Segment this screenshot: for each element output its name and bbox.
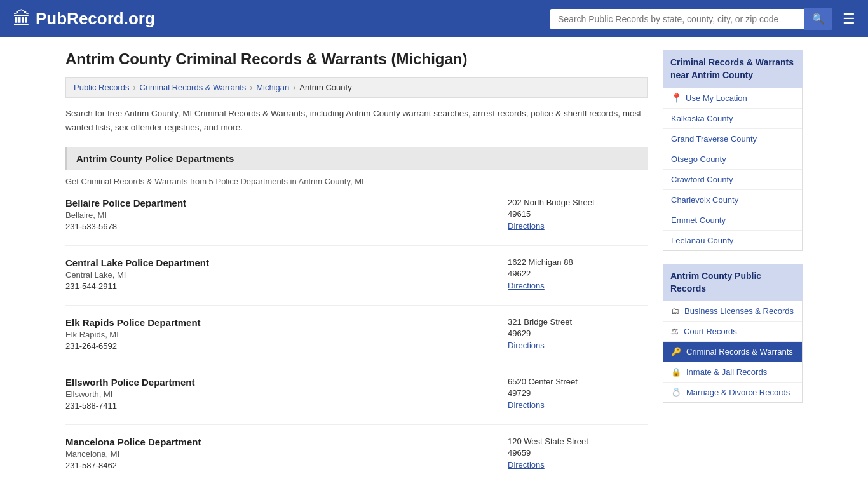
- dept-city: Bellaire, MI: [65, 210, 508, 220]
- search-button[interactable]: 🔍: [804, 8, 832, 30]
- department-entry: Elk Rapids Police Department Elk Rapids,…: [65, 317, 648, 351]
- use-location-label: Use My Location: [686, 93, 747, 103]
- sidebar-county-leelanau[interactable]: Leelanau County: [663, 231, 802, 250]
- dept-divider: [65, 424, 648, 425]
- sidebar-county-emmet[interactable]: Emmet County: [663, 210, 802, 231]
- search-icon: 🔍: [812, 13, 825, 24]
- pub-record-link[interactable]: Court Records: [684, 327, 737, 336]
- dept-info-left: Ellsworth Police Department Ellsworth, M…: [65, 377, 508, 410]
- dept-zip: 49729: [508, 388, 648, 398]
- dept-city: Mancelona, MI: [65, 449, 508, 459]
- dept-name: Ellsworth Police Department: [65, 377, 508, 388]
- dept-divider: [65, 365, 648, 365]
- site-header: 🏛 PubRecord.org 🔍 ☰: [0, 0, 868, 37]
- dept-phone: 231-588-7411: [65, 401, 508, 410]
- rec-icon: 🔒: [671, 367, 681, 377]
- breadcrumb-link-michigan[interactable]: Michigan: [256, 83, 289, 92]
- directions-link[interactable]: Directions: [508, 400, 545, 410]
- dept-name: Mancelona Police Department: [65, 437, 508, 447]
- dept-address: 1622 Michigan 88: [508, 257, 648, 267]
- dept-info-left: Central Lake Police Department Central L…: [65, 257, 508, 291]
- dept-city: Central Lake, MI: [65, 270, 508, 280]
- directions-link[interactable]: Directions: [508, 281, 545, 290]
- use-my-location[interactable]: 📍 Use My Location: [663, 88, 802, 109]
- logo-icon: 🏛: [13, 8, 31, 29]
- dept-name: Bellaire Police Department: [65, 198, 508, 208]
- departments-list: Bellaire Police Department Bellaire, MI …: [65, 198, 648, 470]
- dept-phone: 231-544-2911: [65, 281, 508, 291]
- page-title: Antrim County Criminal Records & Warrant…: [65, 50, 648, 68]
- dept-divider: [65, 245, 648, 246]
- pub-record-item-3[interactable]: 🔒 Inmate & Jail Records: [663, 362, 802, 383]
- dept-name: Elk Rapids Police Department: [65, 317, 508, 328]
- dept-info-right: 120 West State Street 49659 Directions: [508, 437, 648, 470]
- dept-info-left: Elk Rapids Police Department Elk Rapids,…: [65, 317, 508, 351]
- department-entry: Bellaire Police Department Bellaire, MI …: [65, 198, 648, 231]
- dept-city: Ellsworth, MI: [65, 390, 508, 399]
- dept-info-right: 1622 Michigan 88 49622 Directions: [508, 257, 648, 290]
- dept-divider: [65, 305, 648, 306]
- dept-phone: 231-533-5678: [65, 222, 508, 231]
- page-description: Search for free Antrim County, MI Crimin…: [65, 107, 648, 134]
- search-bar: 🔍: [550, 8, 832, 30]
- sidebar-county-kalkaska[interactable]: Kalkaska County: [663, 109, 802, 129]
- nearby-counties-list: 📍 Use My Location Kalkaska County Grand …: [663, 88, 803, 251]
- breadcrumb-sep-1: ›: [133, 83, 135, 92]
- directions-link[interactable]: Directions: [508, 460, 545, 470]
- pub-record-link[interactable]: Business Licenses & Records: [684, 306, 794, 316]
- location-icon: 📍: [671, 93, 682, 103]
- sidebar-county-crawford[interactable]: Crawford County: [663, 170, 802, 190]
- department-entry: Central Lake Police Department Central L…: [65, 257, 648, 291]
- rec-icon: 🗂: [671, 306, 679, 316]
- header-right: 🔍 ☰: [550, 8, 855, 30]
- pub-record-item-0[interactable]: 🗂 Business Licenses & Records: [663, 301, 802, 322]
- department-entry: Ellsworth Police Department Ellsworth, M…: [65, 377, 648, 410]
- dept-info-right: 202 North Bridge Street 49615 Directions: [508, 198, 648, 231]
- sidebar: Criminal Records & Warrants near Antrim …: [663, 50, 803, 484]
- dept-zip: 49659: [508, 448, 648, 458]
- dept-address: 202 North Bridge Street: [508, 198, 648, 207]
- section-subtext: Get Criminal Records & Warrants from 5 P…: [65, 177, 648, 186]
- dept-info-left: Mancelona Police Department Mancelona, M…: [65, 437, 508, 470]
- dept-address: 6520 Center Street: [508, 377, 648, 386]
- rec-icon: 🔑: [671, 347, 681, 356]
- breadcrumb: Public Records › Criminal Records & Warr…: [65, 77, 648, 98]
- section-header: Antrim County Police Departments: [65, 147, 648, 170]
- sidebar-public-records-section: Antrim County Public Records 🗂 Business …: [663, 264, 803, 403]
- dept-address: 120 West State Street: [508, 437, 648, 446]
- breadcrumb-link-criminal-records[interactable]: Criminal Records & Warrants: [139, 83, 246, 92]
- dept-phone: 231-264-6592: [65, 341, 508, 351]
- sidebar-public-records-title: Antrim County Public Records: [663, 264, 803, 301]
- menu-icon: ☰: [843, 11, 855, 27]
- dept-zip: 49622: [508, 269, 648, 278]
- pub-record-link[interactable]: Marriage & Divorce Records: [686, 388, 790, 397]
- search-input[interactable]: [550, 9, 804, 29]
- dept-info-right: 6520 Center Street 49729 Directions: [508, 377, 648, 410]
- rec-icon: ⚖: [671, 327, 679, 336]
- dept-phone: 231-587-8462: [65, 461, 508, 470]
- site-logo[interactable]: 🏛 PubRecord.org: [13, 8, 155, 29]
- department-entry: Mancelona Police Department Mancelona, M…: [65, 437, 648, 470]
- pub-record-link[interactable]: Inmate & Jail Records: [686, 367, 767, 377]
- dept-city: Elk Rapids, MI: [65, 330, 508, 339]
- pub-record-link[interactable]: Criminal Records & Warrants: [686, 347, 793, 356]
- pub-record-item-4[interactable]: 💍 Marriage & Divorce Records: [663, 383, 802, 402]
- dept-zip: 49615: [508, 209, 648, 219]
- logo-text: PubRecord.org: [36, 9, 155, 29]
- content-area: Antrim County Criminal Records & Warrant…: [65, 50, 648, 484]
- menu-button[interactable]: ☰: [843, 12, 855, 26]
- directions-link[interactable]: Directions: [508, 221, 545, 231]
- sidebar-nearby-section: Criminal Records & Warrants near Antrim …: [663, 50, 803, 251]
- dept-address: 321 Bridge Street: [508, 317, 648, 327]
- breadcrumb-link-public-records[interactable]: Public Records: [74, 83, 129, 92]
- pub-record-item-1[interactable]: ⚖ Court Records: [663, 322, 802, 342]
- sidebar-nearby-title: Criminal Records & Warrants near Antrim …: [663, 50, 803, 88]
- sidebar-county-otsego[interactable]: Otsego County: [663, 149, 802, 170]
- rec-icon: 💍: [671, 388, 681, 397]
- sidebar-county-grand-traverse[interactable]: Grand Traverse County: [663, 129, 802, 149]
- breadcrumb-current: Antrim County: [299, 83, 351, 92]
- directions-link[interactable]: Directions: [508, 341, 545, 350]
- pub-record-item-2[interactable]: 🔑 Criminal Records & Warrants: [663, 342, 802, 362]
- dept-info-right: 321 Bridge Street 49629 Directions: [508, 317, 648, 350]
- sidebar-county-charlevoix[interactable]: Charlevoix County: [663, 190, 802, 210]
